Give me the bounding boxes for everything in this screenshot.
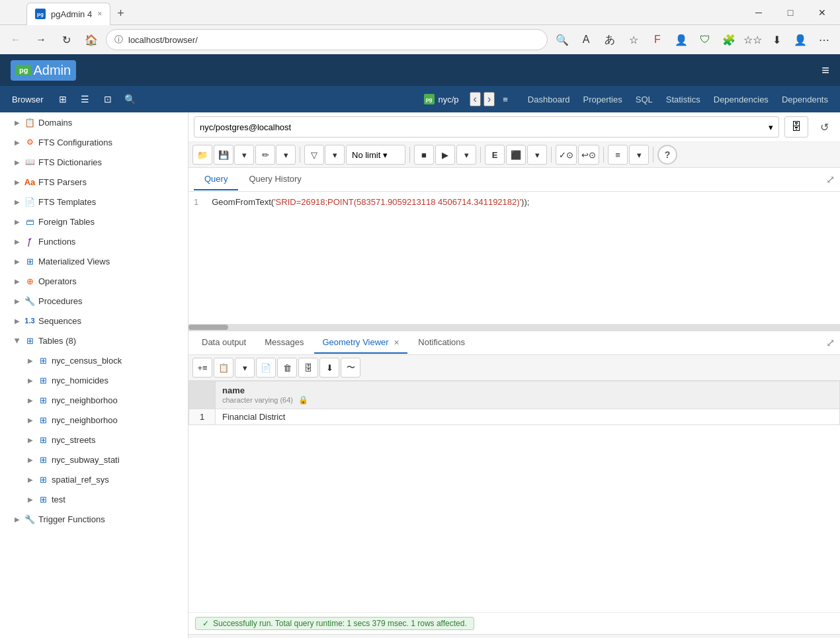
translate-button[interactable]: A	[575, 29, 597, 50]
minimize-button[interactable]: ─	[743, 3, 774, 22]
expand-results-button[interactable]: ⤢	[826, 337, 835, 349]
delete-row-button[interactable]: 🗑	[277, 358, 297, 378]
tree-item-fts-config[interactable]: ▶ ⚙ FTS Configurations	[0, 132, 188, 152]
save-dropdown-button[interactable]: ▾	[234, 145, 254, 165]
help-button[interactable]: ?	[657, 145, 677, 165]
no-limit-select[interactable]: No limit ▾	[346, 145, 405, 165]
back-button[interactable]: ←	[5, 29, 26, 50]
hamburger-menu[interactable]: ≡	[821, 63, 829, 78]
run-button[interactable]: ▶	[435, 145, 455, 165]
favorites2-button[interactable]: ☆☆	[742, 29, 763, 50]
extension1-button[interactable]: F	[647, 29, 668, 50]
edit-button[interactable]: ✏	[255, 145, 275, 165]
refresh-connection-button[interactable]: ↺	[814, 116, 835, 138]
search-extensions-button[interactable]: 🔍	[552, 29, 573, 50]
tree-item-test[interactable]: ▶ ⊞ test	[0, 489, 188, 509]
nav-tool-1[interactable]: ⊞	[53, 90, 73, 108]
copy-button[interactable]: 📋	[214, 358, 233, 378]
query-tool-tab[interactable]: pg nyc/p	[416, 91, 467, 107]
tree-item-nyc-homicides[interactable]: ▶ ⊞ nyc_homicides	[0, 370, 188, 390]
tree-item-fts-template[interactable]: ▶ 📄 FTS Templates	[0, 192, 188, 212]
stop-button[interactable]: ■	[414, 145, 434, 165]
copy-dropdown-button[interactable]: ▾	[235, 358, 255, 378]
db-connect-button[interactable]: 🗄	[784, 116, 808, 138]
save-button[interactable]: 💾	[214, 145, 233, 165]
profile-button[interactable]: 👤	[790, 29, 811, 50]
explain-button[interactable]: E	[485, 145, 505, 165]
macro-button[interactable]: ≡	[608, 145, 628, 165]
add-row-button[interactable]: +≡	[192, 358, 212, 378]
filter-button[interactable]: ▽	[304, 145, 324, 165]
tab-data-output[interactable]: Data output	[194, 332, 254, 354]
nav-search-btn[interactable]: 🔍	[120, 90, 140, 108]
tree-item-foreign-tables[interactable]: ▶ 🗃 Foreign Tables	[0, 212, 188, 231]
tab-query-history[interactable]: Query History	[238, 169, 312, 190]
nav-tool-2[interactable]: ☰	[75, 90, 95, 108]
tab-notifications[interactable]: Notifications	[410, 332, 473, 354]
explain-dropdown-button[interactable]: ▾	[527, 145, 547, 165]
query-editor[interactable]: 1 GeomFromText('SRID=26918;POINT(583571.…	[189, 192, 840, 324]
open-file-button[interactable]: 📁	[192, 145, 212, 165]
edit-dropdown-button[interactable]: ▾	[276, 145, 296, 165]
new-tab-button[interactable]: +	[110, 3, 131, 25]
tree-item-fts-parser[interactable]: ▶ Aa FTS Parsers	[0, 172, 188, 192]
tree-item-tables[interactable]: ▶ ⊞ Tables (8)	[0, 331, 188, 350]
tree-item-nyc-neighborhoods-2[interactable]: ▶ ⊞ nyc_neighborhoo	[0, 410, 188, 430]
nav-browser[interactable]: Browser	[5, 92, 50, 107]
nav-statistics[interactable]: Statistics	[659, 92, 707, 107]
run-dropdown-button[interactable]: ▾	[456, 145, 476, 165]
editor-horizontal-scrollbar[interactable]	[189, 324, 840, 331]
filter-dropdown-button[interactable]: ▾	[325, 145, 345, 165]
tree-item-trigger-funcs[interactable]: ▶ 🔧 Trigger Functions	[0, 509, 188, 529]
extensions-button[interactable]: 🧩	[718, 29, 739, 50]
tab-geometry-viewer[interactable]: Geometry Viewer ✕	[314, 332, 407, 354]
tree-item-nyc-streets[interactable]: ▶ ⊞ nyc_streets	[0, 430, 188, 450]
tree-item-nyc-census[interactable]: ▶ ⊞ nyc_census_block	[0, 350, 188, 370]
tree-item-procedures[interactable]: ▶ 🔧 Procedures	[0, 291, 188, 311]
explain-analyze-button[interactable]: ⬛	[506, 145, 526, 165]
expand-query-editor-button[interactable]: ⤢	[826, 173, 835, 186]
tree-item-nyc-subway[interactable]: ▶ ⊞ nyc_subway_stati	[0, 450, 188, 469]
tree-item-functions[interactable]: ▶ ƒ Functions	[0, 231, 188, 251]
close-window-button[interactable]: ✕	[807, 3, 837, 22]
tree-item-operators[interactable]: ▶ ⊕ Operators	[0, 271, 188, 291]
tab-close-button[interactable]: ×	[97, 9, 102, 19]
extension3-button[interactable]: 🛡	[694, 29, 716, 50]
nav-properties[interactable]: Properties	[576, 92, 628, 107]
reading-view-button[interactable]: あ	[599, 29, 620, 50]
tree-item-nyc-neighborhoods-1[interactable]: ▶ ⊞ nyc_neighborhoo	[0, 390, 188, 410]
connection-select[interactable]: nyc/postgres@localhost ▾	[194, 116, 779, 138]
tab-query[interactable]: Query	[194, 169, 238, 190]
tree-item-fts-dict[interactable]: ▶ 📖 FTS Dictionaries	[0, 152, 188, 172]
tab-prev-button[interactable]: ‹	[470, 92, 481, 106]
menu-button[interactable]: ⋯	[814, 29, 835, 50]
rollback-button[interactable]: ↩⊙	[578, 145, 599, 165]
favorites-button[interactable]: ☆	[623, 29, 644, 50]
download-csv-button[interactable]: ⬇	[319, 358, 339, 378]
tree-item-domains[interactable]: ▶ 📋 Domains	[0, 112, 188, 132]
maximize-button[interactable]: □	[775, 3, 806, 22]
tree-item-mat-views[interactable]: ▶ ⊞ Materialized Views	[0, 251, 188, 271]
address-bar[interactable]: ⓘ localhost/browser/	[106, 29, 548, 50]
paste-button[interactable]: 📄	[256, 358, 276, 378]
save-data-button[interactable]: 🗄	[298, 358, 318, 378]
commit-button[interactable]: ✓⊙	[556, 145, 577, 165]
tree-item-spatial-ref[interactable]: ▶ ⊞ spatial_ref_sys	[0, 469, 188, 489]
browser-tab[interactable]: pg pgAdmin 4 ×	[26, 3, 110, 25]
nav-dashboard[interactable]: Dashboard	[521, 92, 577, 107]
geometry-viewer-close-button[interactable]: ✕	[394, 339, 399, 346]
home-button[interactable]: 🏠	[81, 29, 102, 50]
filter-results-button[interactable]: 〜	[341, 358, 360, 378]
reload-button[interactable]: ↻	[56, 29, 77, 50]
tab-next-button[interactable]: ›	[483, 92, 495, 106]
extension2-button[interactable]: 👤	[671, 29, 692, 50]
nav-dependents[interactable]: Dependents	[775, 92, 835, 107]
download-button[interactable]: ⬇	[766, 29, 787, 50]
tab-overflow[interactable]: ≡	[497, 95, 513, 104]
nav-dependencies[interactable]: Dependencies	[707, 92, 775, 107]
tree-item-sequences[interactable]: ▶ 1.3 Sequences	[0, 311, 188, 331]
nav-sql[interactable]: SQL	[629, 92, 659, 107]
macro-dropdown-button[interactable]: ▾	[629, 145, 649, 165]
forward-button[interactable]: →	[30, 29, 52, 50]
nav-tool-3[interactable]: ⊡	[98, 90, 118, 108]
